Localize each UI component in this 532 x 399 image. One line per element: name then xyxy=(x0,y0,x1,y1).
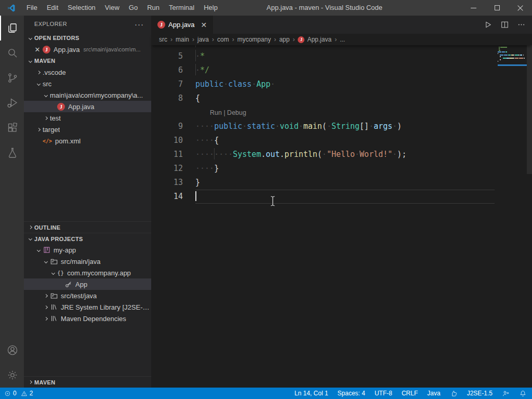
java-projects-header[interactable]: JAVA PROJECTS xyxy=(24,233,151,244)
breadcrumb-[interactable]: ... xyxy=(340,36,345,43)
menu-terminal[interactable]: Terminal xyxy=(164,0,199,16)
code-line-8[interactable]: 8{ xyxy=(151,91,532,105)
status-feedback[interactable] xyxy=(502,390,510,397)
code-line-5[interactable]: 5·* xyxy=(151,49,532,63)
code-editor[interactable]: 4·*·HELLO WORLD!5·*6·*/7public·class·App… xyxy=(151,45,532,388)
extensions-icon[interactable] xyxy=(0,115,24,140)
minimap[interactable] xyxy=(498,46,527,66)
explorer-more-actions-icon[interactable]: ··· xyxy=(135,20,144,29)
menu-run[interactable]: Run xyxy=(142,0,164,16)
java-file-icon: J xyxy=(57,103,65,111)
status-crlf[interactable]: CRLF xyxy=(402,390,418,397)
status-0[interactable]: 0 xyxy=(4,390,17,397)
line-number: 11 xyxy=(151,148,195,162)
menu-help[interactable]: Help xyxy=(199,0,222,16)
code-line-4[interactable]: 4·*·HELLO WORLD! xyxy=(151,45,532,49)
xml-file-icon: </> xyxy=(43,138,52,144)
java-projects-item-jre-system-library-j2se-1-5[interactable]: JRE System Library [J2SE-1.5] xyxy=(24,301,151,313)
menu-file[interactable]: File xyxy=(22,0,42,16)
close-tab-icon[interactable]: ✕ xyxy=(201,21,207,29)
code-line-content: ····public·static·void·main(·String[]·ar… xyxy=(195,119,402,134)
maximize-button[interactable] xyxy=(485,0,509,16)
run-and-debug-icon[interactable] xyxy=(0,90,24,115)
mouse-ibeam-cursor xyxy=(270,195,276,207)
testing-icon[interactable] xyxy=(0,140,24,165)
status-thumbsup[interactable] xyxy=(450,390,458,397)
java-projects-item-maven-dependencies[interactable]: Maven Dependencies xyxy=(24,313,151,324)
outline-header[interactable]: OUTLINE xyxy=(24,221,151,233)
vscode-logo-icon xyxy=(0,0,22,16)
breadcrumb-java[interactable]: java xyxy=(197,36,209,43)
chevron-down-icon xyxy=(29,237,32,241)
java-projects-item-com-mycompany-app[interactable]: {}com.mycompany.app xyxy=(24,267,151,278)
tab-app-java[interactable]: J App.java ✕ xyxy=(151,16,213,34)
breadcrumb-app-java[interactable]: JApp.java xyxy=(298,36,331,43)
maven-item-src[interactable]: src xyxy=(24,78,151,89)
close-editor-icon[interactable]: ✕ xyxy=(33,46,42,54)
status-java[interactable]: Java xyxy=(427,390,440,397)
code-line-10[interactable]: 10····{ xyxy=(151,134,532,148)
editor-group: J App.java ✕ src›main›java›com›mycompany… xyxy=(151,16,532,388)
chevron-down-icon xyxy=(51,271,55,274)
menu-edit[interactable]: Edit xyxy=(42,0,63,16)
code-line-9[interactable]: 9····public·static·void·main(·String[]·a… xyxy=(151,119,532,134)
status-bell[interactable] xyxy=(519,390,527,397)
chevron-right-icon xyxy=(44,316,47,320)
line-number: 14 xyxy=(151,190,195,204)
breadcrumb-com[interactable]: com xyxy=(217,36,229,43)
code-line-13[interactable]: 13} xyxy=(151,176,532,190)
code-line-14[interactable]: 14 xyxy=(151,190,532,204)
explorer-icon[interactable] xyxy=(0,16,24,41)
maven-panel-header[interactable]: MAVEN xyxy=(24,376,151,388)
menu-selection[interactable]: Selection xyxy=(63,0,100,16)
codelens-run-debug[interactable]: Run | Debug xyxy=(151,105,532,119)
status-spaces-4[interactable]: Spaces: 4 xyxy=(338,390,365,397)
maven-item-target[interactable]: target xyxy=(24,124,151,135)
breadcrumb-main[interactable]: main xyxy=(176,36,189,43)
code-line-6[interactable]: 6·*/ xyxy=(151,63,532,77)
breadcrumb-separator-icon: › xyxy=(170,36,172,43)
close-window-button[interactable] xyxy=(509,0,532,16)
java-projects-item-src-main-java[interactable]: src/main/java xyxy=(24,256,151,267)
activity-bar xyxy=(0,16,24,388)
maven-folder-header[interactable]: MAVEN xyxy=(24,55,151,66)
status-ln-14-col-1[interactable]: Ln 14, Col 1 xyxy=(295,390,328,397)
explorer-sidebar: EXPLORER ··· OPEN EDITORS ✕JApp.javasrc\… xyxy=(24,16,151,388)
thumbsup-icon xyxy=(450,390,458,397)
menu-view[interactable]: View xyxy=(100,0,124,16)
run-java-icon[interactable] xyxy=(481,18,495,32)
breadcrumb-mycompany[interactable]: mycompany xyxy=(237,36,271,43)
open-editors-header[interactable]: OPEN EDITORS xyxy=(24,32,151,44)
split-editor-icon[interactable] xyxy=(498,18,511,32)
chevron-down-icon xyxy=(36,248,40,251)
minimize-button[interactable] xyxy=(462,0,485,16)
breadcrumb-app[interactable]: app xyxy=(279,36,289,43)
code-line-7[interactable]: 7public·class·App· xyxy=(151,77,532,91)
menu-go[interactable]: Go xyxy=(124,0,142,16)
editor-scrollbar[interactable] xyxy=(527,45,532,174)
maven-item-app-java[interactable]: JApp.java xyxy=(24,101,151,112)
breadcrumb-separator-icon: › xyxy=(335,36,337,43)
status-utf-8[interactable]: UTF-8 xyxy=(375,390,392,397)
settings-icon[interactable] xyxy=(0,363,24,388)
chevron-right-icon xyxy=(36,70,40,74)
java-projects-item-src-test-java[interactable]: src/test/java xyxy=(24,290,151,301)
open-editor-app-java[interactable]: ✕JApp.javasrc\main\java\com\m... xyxy=(24,44,151,55)
status-2[interactable]: 2 xyxy=(21,390,33,397)
maven-item-test[interactable]: test xyxy=(24,112,151,124)
line-number: 6 xyxy=(151,63,195,77)
more-actions-icon[interactable] xyxy=(514,18,528,32)
maven-item-main-java-com-mycompany-a[interactable]: main\java\com\mycompany\a... xyxy=(24,89,151,101)
window-title: App.java - maven - Visual Studio Code xyxy=(267,0,382,16)
search-icon[interactable] xyxy=(0,41,24,65)
accounts-icon[interactable] xyxy=(0,338,24,363)
code-line-12[interactable]: 12····} xyxy=(151,162,532,176)
code-line-11[interactable]: 11········System.out.println(·"Hello·Wor… xyxy=(151,148,532,162)
source-control-icon[interactable] xyxy=(0,65,24,90)
status-j2se-1-5[interactable]: J2SE-1.5 xyxy=(467,390,493,397)
java-projects-item-app[interactable]: App xyxy=(24,278,151,290)
maven-item-vscode[interactable]: .vscode xyxy=(24,66,151,78)
java-projects-item-my-app[interactable]: my-app xyxy=(24,244,151,256)
maven-item-pom-xml[interactable]: </>pom.xml xyxy=(24,135,151,147)
breadcrumb-src[interactable]: src xyxy=(159,36,167,43)
